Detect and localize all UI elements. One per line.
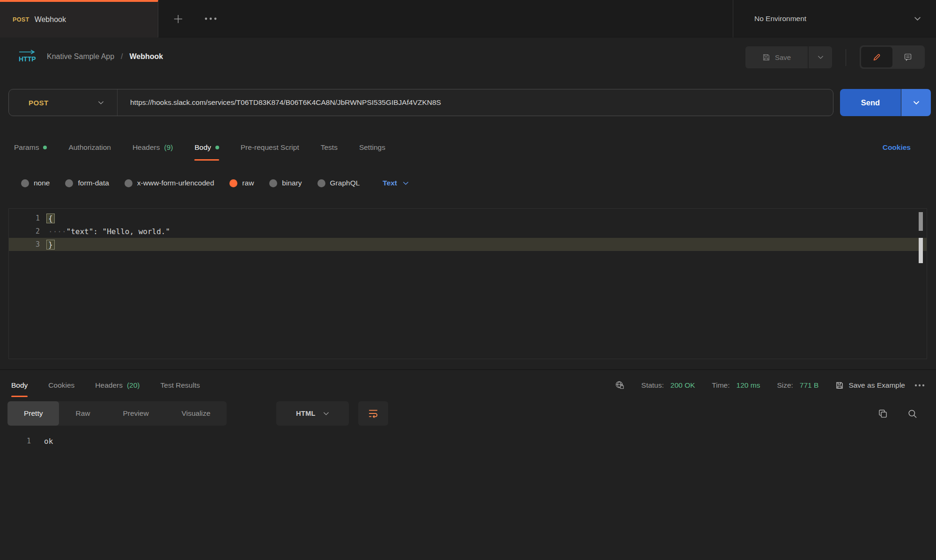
cookies-link[interactable]: Cookies: [883, 133, 911, 162]
tab-tests-label: Tests: [321, 143, 338, 152]
save-options-button[interactable]: [809, 46, 832, 68]
tab-settings[interactable]: Settings: [359, 133, 385, 162]
request-header-row: HTTP Knative Sample App / Webhook Save: [0, 37, 936, 76]
view-pretty[interactable]: Pretty: [7, 401, 59, 426]
url-bar: POST: [8, 89, 833, 116]
raw-language-dropdown[interactable]: Text: [383, 179, 409, 187]
radio-raw-label: raw: [242, 179, 254, 187]
body-active-dot: [215, 146, 219, 149]
radio-binary-label: binary: [282, 179, 302, 187]
response-format-value: HTML: [296, 410, 315, 417]
tab-settings-label: Settings: [359, 143, 385, 152]
tab-prerequest-script[interactable]: Pre-request Script: [241, 133, 299, 162]
url-bar-row: POST Send: [0, 89, 936, 117]
editor-scrollbar-mark[interactable]: [919, 212, 923, 231]
bracket-highlight: }: [46, 240, 55, 250]
breadcrumb-collection[interactable]: Knative Sample App: [47, 52, 114, 61]
network-globe-lock-icon[interactable]: [615, 380, 625, 390]
radio-graphql[interactable]: GraphQL: [317, 179, 360, 187]
radio-circle: [125, 179, 133, 187]
body-type-options: none form-data x-www-form-urlencoded raw…: [0, 173, 936, 193]
response-tab-test-results[interactable]: Test Results: [161, 372, 200, 398]
response-options-button[interactable]: [914, 384, 925, 387]
view-raw[interactable]: Raw: [59, 401, 106, 426]
url-input[interactable]: [118, 98, 833, 107]
send-options-button[interactable]: [901, 89, 931, 116]
tab-tests[interactable]: Tests: [321, 133, 338, 162]
whitespace-dots: ····: [48, 227, 66, 236]
response-line[interactable]: 1 ok: [0, 435, 936, 448]
save-as-example-button[interactable]: Save as Example: [835, 381, 905, 390]
tab-authorization-label: Authorization: [68, 143, 111, 152]
tab-title: Webhook: [35, 15, 66, 24]
response-tab-cookies[interactable]: Cookies: [48, 372, 74, 398]
breadcrumb-request-name[interactable]: Webhook: [130, 52, 163, 61]
view-preview[interactable]: Preview: [107, 401, 165, 426]
tab-body[interactable]: Body: [194, 133, 219, 162]
line-wrap-button[interactable]: [358, 401, 388, 426]
editor-line[interactable]: 2 ····"text": "Hello, world.": [9, 225, 927, 238]
tab-params[interactable]: Params: [14, 133, 47, 162]
editor-scrollbar-mark[interactable]: [919, 238, 923, 263]
postman-app: POST Webhook No Environment HTTP: [0, 0, 936, 560]
radio-form-data[interactable]: form-data: [65, 179, 109, 187]
tab-body-label: Body: [194, 143, 211, 152]
line-number: 3: [9, 240, 40, 249]
http-protocol-icon: HTTP: [17, 49, 38, 64]
chevron-down-icon: [98, 101, 104, 105]
code-text: "text": "Hello, world.": [66, 227, 170, 236]
size-label: Size:: [777, 381, 793, 390]
radio-circle: [317, 179, 325, 187]
chevron-down-icon: [403, 181, 409, 185]
comments-button[interactable]: [892, 47, 924, 67]
response-headers-count-badge: (20): [127, 381, 140, 390]
radio-raw[interactable]: raw: [229, 179, 254, 187]
response-meta: Status: 200 OK Time: 120 ms Size: 771 B …: [615, 372, 925, 398]
tab-headers[interactable]: Headers (9): [133, 133, 173, 162]
method-dropdown[interactable]: POST: [9, 89, 118, 116]
chevron-down-icon: [913, 101, 920, 105]
save-button[interactable]: Save: [745, 46, 808, 68]
search-icon[interactable]: [907, 409, 917, 419]
time-value[interactable]: 120 ms: [737, 381, 760, 390]
method-dropdown-value: POST: [29, 99, 48, 107]
params-active-dot: [43, 146, 47, 149]
response-tab-headers[interactable]: Headers (20): [95, 372, 140, 398]
view-visualize[interactable]: Visualize: [165, 401, 227, 426]
tab-options-button[interactable]: [199, 0, 222, 37]
tab-headers-label: Headers: [133, 143, 160, 152]
headers-count-badge: (9): [164, 143, 173, 152]
request-tabs: Params Authorization Headers (9) Body Pr…: [0, 133, 936, 162]
tab-authorization[interactable]: Authorization: [68, 133, 111, 162]
editor-line[interactable]: 1 {: [9, 212, 927, 225]
radio-circle: [21, 179, 29, 187]
request-body-editor[interactable]: 1 { 2 ····"text": "Hello, world." 3 }: [8, 208, 927, 359]
edit-documentation-button[interactable]: [861, 47, 892, 67]
new-tab-button[interactable]: [166, 0, 190, 37]
radio-urlencoded[interactable]: x-www-form-urlencoded: [125, 179, 214, 187]
radio-circle-selected: [229, 179, 237, 187]
size-value[interactable]: 771 B: [800, 381, 819, 390]
word-wrap-icon: [368, 409, 378, 418]
save-button-label: Save: [775, 53, 791, 61]
response-text: ok: [31, 437, 53, 446]
comment-icon: [904, 53, 912, 61]
tab-bar: POST Webhook No Environment: [0, 0, 936, 37]
editor-line-current[interactable]: 3 }: [9, 238, 927, 251]
response-toolbar: Pretty Raw Preview Visualize HTML: [0, 401, 936, 426]
header-divider: [846, 49, 846, 66]
radio-binary[interactable]: binary: [269, 179, 302, 187]
environment-selector[interactable]: No Environment: [733, 0, 936, 37]
response-tab-body[interactable]: Body: [11, 372, 28, 398]
send-button[interactable]: Send: [840, 89, 901, 116]
response-format-dropdown[interactable]: HTML: [276, 401, 349, 426]
response-view-switcher: Pretty Raw Preview Visualize: [7, 401, 227, 426]
request-tab[interactable]: POST Webhook: [0, 0, 158, 37]
response-tab-cookies-label: Cookies: [48, 381, 74, 390]
chevron-down-icon: [818, 55, 824, 59]
status-value[interactable]: 200 OK: [671, 381, 695, 390]
copy-icon[interactable]: [878, 409, 888, 419]
floppy-icon: [762, 53, 770, 61]
radio-none[interactable]: none: [21, 179, 50, 187]
documentation-comments-toggle: [860, 45, 925, 69]
